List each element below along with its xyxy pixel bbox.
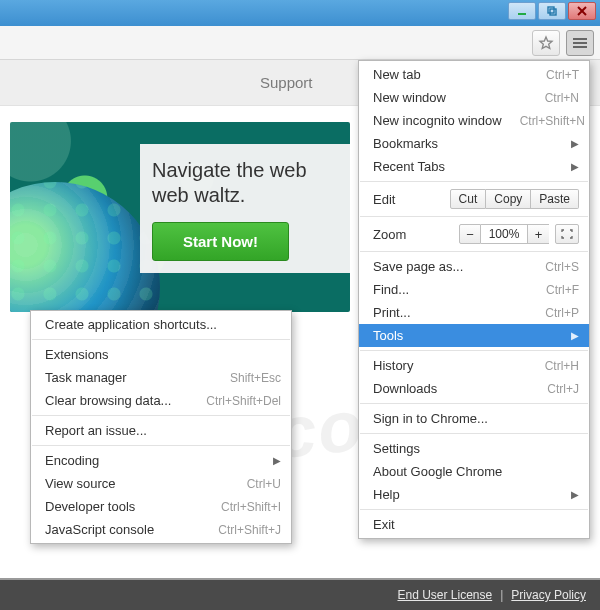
fullscreen-button[interactable] (555, 224, 579, 244)
svg-rect-5 (573, 38, 587, 40)
menu-exit[interactable]: Exit (359, 513, 589, 536)
chevron-right-icon: ▶ (571, 489, 579, 500)
chevron-right-icon: ▶ (571, 161, 579, 172)
menu-separator (360, 181, 588, 182)
zoom-in-button[interactable]: + (527, 224, 549, 244)
chevron-right-icon: ▶ (273, 455, 281, 466)
tools-encoding[interactable]: Encoding▶ (31, 449, 291, 472)
menu-find[interactable]: Find...Ctrl+F (359, 278, 589, 301)
globe-graphic (10, 182, 160, 312)
menu-help[interactable]: Help▶ (359, 483, 589, 506)
privacy-policy-link[interactable]: Privacy Policy (511, 588, 586, 602)
menu-separator (360, 433, 588, 434)
menu-recent-tabs[interactable]: Recent Tabs▶ (359, 155, 589, 178)
chevron-right-icon: ▶ (571, 138, 579, 149)
tools-task-manager[interactable]: Task managerShift+Esc (31, 366, 291, 389)
support-link[interactable]: Support (260, 74, 313, 91)
edit-paste-button[interactable]: Paste (531, 189, 579, 209)
menu-settings[interactable]: Settings (359, 437, 589, 460)
hero-banner: Navigate the web web waltz. Start Now! (10, 122, 350, 312)
maximize-button[interactable] (538, 2, 566, 20)
menu-downloads[interactable]: DownloadsCtrl+J (359, 377, 589, 400)
tools-clear-data[interactable]: Clear browsing data...Ctrl+Shift+Del (31, 389, 291, 412)
hero-headline: Navigate the web web waltz. (152, 158, 340, 208)
svg-rect-2 (550, 9, 556, 15)
bookmark-star-button[interactable] (532, 30, 560, 56)
end-user-license-link[interactable]: End User License (397, 588, 492, 602)
window-titlebar (0, 0, 600, 26)
page-footer: End User License | Privacy Policy (0, 578, 600, 610)
menu-print[interactable]: Print...Ctrl+P (359, 301, 589, 324)
chrome-menu-button[interactable] (566, 30, 594, 56)
menu-bookmarks[interactable]: Bookmarks▶ (359, 132, 589, 155)
footer-separator: | (500, 588, 503, 602)
tools-report-issue[interactable]: Report an issue... (31, 419, 291, 442)
menu-history[interactable]: HistoryCtrl+H (359, 354, 589, 377)
chrome-tools-submenu: Create application shortcuts... Extensio… (30, 310, 292, 544)
menu-separator (360, 216, 588, 217)
tools-developer-tools[interactable]: Developer toolsCtrl+Shift+I (31, 495, 291, 518)
menu-new-window[interactable]: New windowCtrl+N (359, 86, 589, 109)
menu-separator (32, 415, 290, 416)
menu-about[interactable]: About Google Chrome (359, 460, 589, 483)
hamburger-icon (573, 36, 587, 50)
browser-toolbar (0, 26, 600, 60)
svg-rect-7 (573, 46, 587, 48)
menu-save-page[interactable]: Save page as...Ctrl+S (359, 255, 589, 278)
menu-separator (360, 509, 588, 510)
chrome-main-menu: New tabCtrl+T New windowCtrl+N New incog… (358, 60, 590, 539)
menu-separator (32, 339, 290, 340)
menu-separator (360, 403, 588, 404)
svg-rect-1 (548, 7, 554, 13)
menu-tools[interactable]: Tools▶ (359, 324, 589, 347)
menu-new-tab[interactable]: New tabCtrl+T (359, 63, 589, 86)
zoom-value: 100% (481, 224, 527, 244)
tools-js-console[interactable]: JavaScript consoleCtrl+Shift+J (31, 518, 291, 541)
tools-view-source[interactable]: View sourceCtrl+U (31, 472, 291, 495)
minimize-button[interactable] (508, 2, 536, 20)
fullscreen-icon (561, 229, 573, 239)
menu-separator (32, 445, 290, 446)
svg-rect-6 (573, 42, 587, 44)
zoom-out-button[interactable]: − (459, 224, 481, 244)
menu-edit-row: Edit Cut Copy Paste (359, 185, 589, 213)
tools-create-shortcuts[interactable]: Create application shortcuts... (31, 313, 291, 336)
menu-separator (360, 350, 588, 351)
start-now-button[interactable]: Start Now! (152, 222, 289, 261)
tools-extensions[interactable]: Extensions (31, 343, 291, 366)
chevron-right-icon: ▶ (571, 330, 579, 341)
edit-cut-button[interactable]: Cut (450, 189, 487, 209)
star-icon (538, 35, 554, 51)
menu-zoom-row: Zoom − 100% + (359, 220, 589, 248)
menu-new-incognito[interactable]: New incognito windowCtrl+Shift+N (359, 109, 589, 132)
close-window-button[interactable] (568, 2, 596, 20)
menu-zoom-label: Zoom (373, 227, 406, 242)
menu-separator (360, 251, 588, 252)
menu-signin[interactable]: Sign in to Chrome... (359, 407, 589, 430)
hero-card: Navigate the web web waltz. Start Now! (140, 144, 350, 273)
edit-copy-button[interactable]: Copy (486, 189, 531, 209)
menu-edit-label: Edit (373, 192, 395, 207)
